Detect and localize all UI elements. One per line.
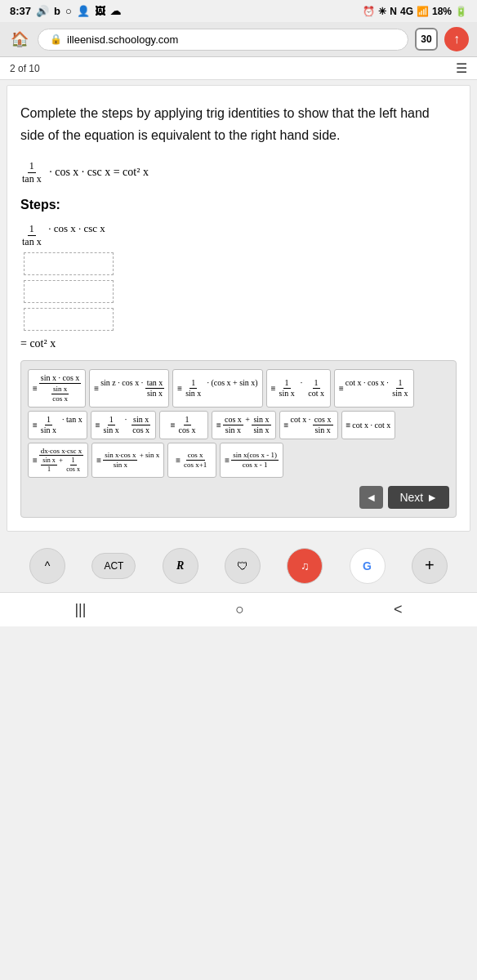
- prev-button[interactable]: ◄: [359, 486, 384, 509]
- google-icon: G: [363, 559, 372, 572]
- step-1-expr: 1 tan x · cos x · csc x: [20, 222, 105, 247]
- tile-row-1: sin x · cos x sin xcos x sin z · cos x ·…: [28, 369, 449, 408]
- prev-icon: ◄: [366, 491, 377, 504]
- tile-1-cosx[interactable]: 1cos x: [159, 411, 208, 439]
- refresh-button[interactable]: ↑: [444, 27, 469, 51]
- status-left: 8:37 🔊 b ○ 👤 🖼 ☁: [10, 5, 121, 17]
- menu-nav-icon[interactable]: |||: [74, 601, 86, 618]
- bold-icon: b: [54, 5, 60, 17]
- content-area: Complete the steps by applying trig iden…: [7, 85, 470, 532]
- steps-label: Steps:: [20, 198, 457, 212]
- address-bar[interactable]: 🔒 illeenisd.schoology.com: [38, 29, 408, 51]
- tile-content-1: sin x · cos x sin xcos x: [39, 373, 82, 403]
- up-button[interactable]: ^: [29, 548, 65, 584]
- tile-1sinx-tanx[interactable]: 1sin x · tan x: [28, 411, 87, 439]
- tile-content-6: 1sin x · tan x: [39, 415, 82, 435]
- refresh-icon: ↑: [453, 32, 460, 47]
- menu-icon[interactable]: ☰: [456, 60, 467, 76]
- tile-content-13: sin x·cos xsin x + sin x: [103, 451, 159, 470]
- nfc-icon: N: [390, 6, 397, 17]
- tile-content-10: cot x · cos xsin x: [290, 415, 332, 435]
- status-bar: 8:37 🔊 b ○ 👤 🖼 ☁ ⏰ ✳ N 4G 📶 18% 🔋: [0, 0, 477, 22]
- blank-box-1[interactable]: [24, 252, 114, 275]
- plus-icon: +: [425, 556, 435, 575]
- tile-row-2: 1sin x · tan x 1sin x · sin xcos x 1cos …: [28, 411, 449, 439]
- system-nav: ||| ○ <: [0, 592, 477, 626]
- tile-content-15: sin x(cos x - 1)cos x - 1: [231, 451, 279, 470]
- tile-content-2: sin z · cos x · tan xsin x: [100, 378, 164, 399]
- tile-cotx-cosx-sinx[interactable]: cot x · cos xsin x: [279, 411, 338, 439]
- tile-content-14: cos xcos x+1: [182, 451, 208, 470]
- rx-icon: R: [176, 559, 184, 572]
- audio-icon: 🔊: [36, 5, 49, 17]
- equation-frac: 1 tan x: [20, 159, 43, 185]
- tile-cosx-sinx-sinx[interactable]: cos xsin x + sin xsin x: [212, 411, 276, 439]
- tile-content-4: 1sin x · 1cot x: [278, 378, 326, 399]
- tab-count: 30: [421, 33, 431, 45]
- alarm-icon: ⏰: [363, 6, 375, 17]
- image-icon: 🖼: [95, 5, 105, 17]
- google-button[interactable]: G: [350, 548, 386, 584]
- tile-1sinx-1cotx[interactable]: 1sin x · 1cot x: [266, 369, 331, 408]
- next-button[interactable]: Next ►: [388, 486, 449, 509]
- tile-content-9: cos xsin x + sin xsin x: [223, 415, 271, 435]
- result-line: = cot² x: [20, 337, 457, 350]
- next-label: Next ►: [399, 491, 438, 504]
- home-button[interactable]: 🏠: [8, 28, 31, 51]
- browser-chrome: 🏠 🔒 illeenisd.schoology.com 30 ↑: [0, 22, 477, 57]
- equation-middle: · cos x · csc x = cot² x: [47, 166, 149, 179]
- shield-button[interactable]: 🛡: [225, 548, 261, 584]
- tile-cotx-cosx-1sinx[interactable]: cot x · cos x · 1sin x: [334, 369, 415, 408]
- plus-button[interactable]: +: [412, 548, 448, 584]
- lock-icon: 🔒: [50, 33, 62, 45]
- blank-box-3[interactable]: [24, 308, 114, 331]
- blank-box-2[interactable]: [24, 280, 114, 303]
- step-row-blank-3[interactable]: [20, 308, 457, 331]
- tile-cotx-cotx[interactable]: cot x · cot x: [341, 411, 396, 439]
- bluetooth-icon: ✳: [378, 6, 386, 17]
- bottom-toolbar: ^ ACT R 🛡 ♫ G +: [0, 540, 477, 592]
- signal-bars: 📶: [417, 6, 429, 17]
- tile-1sinx-cosx-sinx[interactable]: 1sin x · (cos x + sin x): [172, 369, 262, 408]
- tile-content-7: 1sin x · sin xcos x: [102, 415, 152, 435]
- tile-cosx-cosxplus1[interactable]: cos xcos x+1: [167, 443, 216, 478]
- tile-dx-complex[interactable]: dx·cos x·csc x sin x1 + 1cos x: [28, 443, 88, 478]
- nav-bar: ◄ Next ►: [28, 486, 449, 509]
- signal-label: 4G: [400, 6, 413, 17]
- music-button[interactable]: ♫: [287, 548, 323, 584]
- circle-icon: ○: [65, 5, 72, 17]
- cloud-icon: ☁: [110, 5, 121, 17]
- step-row-1: 1 tan x · cos x · csc x: [20, 222, 457, 247]
- page-indicator: 2 of 10 ☰: [0, 57, 477, 80]
- music-icon: ♫: [301, 559, 310, 572]
- act-label: ACT: [104, 560, 123, 572]
- battery-icon: 🔋: [455, 6, 467, 17]
- rx-button[interactable]: R: [163, 548, 198, 584]
- tile-sinz-cosx-tanx[interactable]: sin z · cos x · tan xsin x: [89, 369, 169, 408]
- act-button[interactable]: ACT: [91, 553, 136, 579]
- back-nav-icon[interactable]: <: [394, 601, 403, 618]
- person-icon: 👤: [77, 5, 90, 17]
- tile-content-11: cot x · cot x: [352, 421, 390, 430]
- tile-content-8: 1cos x: [177, 415, 198, 435]
- tile-sinx-cosx-sinx[interactable]: sin x·cos xsin x + sin x: [91, 443, 164, 478]
- tile-sin-cos-over-sincos[interactable]: sin x · cos x sin xcos x: [28, 369, 86, 408]
- tile-1sinx-sinx-cosx[interactable]: 1sin x · sin xcos x: [91, 411, 156, 439]
- page-number: 2 of 10: [10, 63, 40, 74]
- tile-section: sin x · cos x sin xcos x sin z · cos x ·…: [20, 360, 457, 518]
- tile-content-12: dx·cos x·csc x sin x1 + 1cos x: [39, 447, 84, 474]
- problem-equation: 1 tan x · cos x · csc x = cot² x: [20, 159, 457, 185]
- shield-icon: 🛡: [237, 559, 248, 572]
- problem-description: Complete the steps by applying trig iden…: [20, 102, 457, 146]
- tile-sinx-cosxminus1[interactable]: sin x(cos x - 1)cos x - 1: [220, 443, 283, 478]
- tile-content-5: cot x · cos x · 1sin x: [345, 378, 410, 399]
- battery-label: 18%: [432, 6, 452, 17]
- status-right: ⏰ ✳ N 4G 📶 18% 🔋: [363, 6, 467, 17]
- home-nav-icon[interactable]: ○: [235, 601, 244, 618]
- step-row-blank-2[interactable]: [20, 280, 457, 303]
- tab-badge[interactable]: 30: [415, 28, 438, 51]
- tile-row-3: dx·cos x·csc x sin x1 + 1cos x sin x·cos…: [28, 443, 449, 478]
- step-row-blank-1[interactable]: [20, 252, 457, 275]
- url-text: illeenisd.schoology.com: [67, 33, 178, 46]
- time-display: 8:37: [10, 5, 31, 17]
